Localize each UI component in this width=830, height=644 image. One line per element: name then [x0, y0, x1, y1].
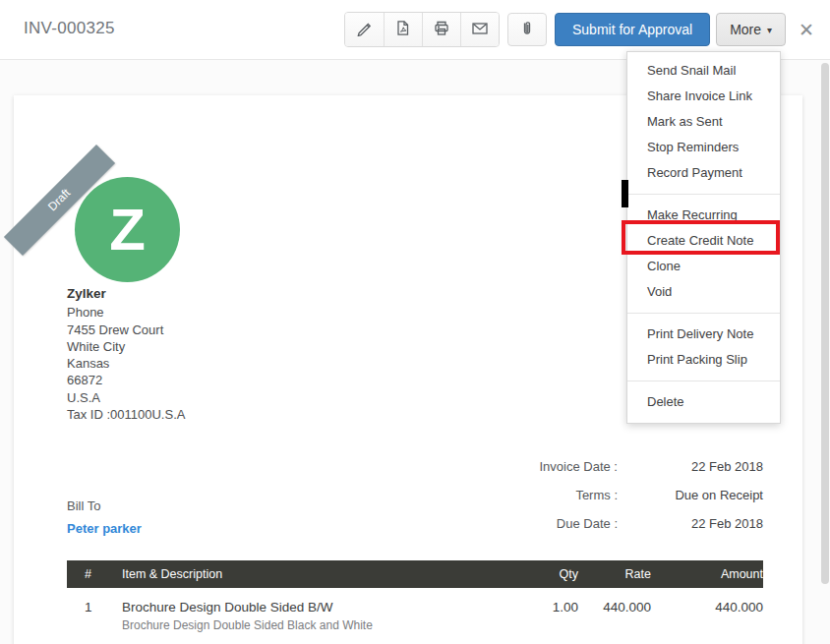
menu-item-clone[interactable]: Clone — [627, 254, 780, 279]
menu-item-send-snail-mail[interactable]: Send Snail Mail — [627, 58, 780, 84]
col-header-rate: Rate — [578, 567, 651, 581]
row-number: 1 — [67, 600, 122, 632]
submit-for-approval-button[interactable]: Submit for Approval — [555, 13, 710, 46]
more-button[interactable]: More ▾ — [716, 13, 786, 46]
invoice-date-row: Invoice Date : 22 Feb 2018 — [309, 459, 763, 474]
menu-item-mark-as-sent[interactable]: Mark as Sent — [627, 109, 780, 135]
col-header-qty: Qty — [490, 567, 578, 581]
more-button-label: More — [730, 22, 761, 37]
address-line: Tax ID :001100U.S.A — [67, 406, 185, 423]
company-address: Zylker Phone 7455 Drew Court White City … — [67, 285, 185, 423]
menu-group: Delete — [627, 381, 780, 415]
due-date-row: Due Date : 22 Feb 2018 — [309, 516, 763, 531]
vertical-scrollbar[interactable] — [821, 63, 829, 584]
edit-button[interactable] — [345, 13, 384, 46]
menu-item-void[interactable]: Void — [627, 279, 780, 305]
row-qty: 1.00 — [490, 600, 578, 632]
table-header-row: # Item & Description Qty Rate Amount — [67, 560, 763, 588]
attachment-button[interactable] — [507, 13, 547, 46]
row-rate: 440.000 — [578, 600, 651, 632]
address-line: 66872 — [67, 372, 185, 388]
terms-value: Due on Receipt — [618, 488, 763, 502]
menu-item-stop-reminders[interactable]: Stop Reminders — [627, 135, 780, 160]
company-logo: Z — [75, 177, 180, 282]
due-date-value: 22 Feb 2018 — [618, 516, 763, 531]
menu-item-create-credit-note[interactable]: Create Credit Note — [627, 228, 780, 254]
col-header-item: Item & Description — [122, 567, 490, 581]
company-name: Zylker — [67, 285, 185, 302]
menu-item-delete[interactable]: Delete — [627, 389, 780, 415]
toolbar-button-group — [344, 12, 500, 47]
print-button[interactable] — [422, 13, 460, 46]
row-amount: 440.000 — [651, 600, 763, 632]
email-icon — [471, 20, 489, 40]
line-items-table: # Item & Description Qty Rate Amount 1 B… — [67, 560, 763, 644]
caret-down-icon: ▾ — [767, 25, 772, 35]
text-cursor-artifact — [622, 180, 628, 207]
bill-to-customer-link[interactable]: Peter parker — [67, 521, 142, 536]
address-line: 7455 Drew Court — [67, 322, 185, 338]
menu-item-print-packing-slip[interactable]: Print Packing Slip — [627, 347, 780, 373]
invoice-number-title: INV-000325 — [24, 19, 115, 38]
address-line: U.S.A — [67, 389, 185, 406]
menu-item-record-payment[interactable]: Record Payment — [627, 160, 780, 186]
due-date-label: Due Date : — [557, 516, 618, 531]
col-header-num: # — [67, 567, 122, 581]
pdf-button[interactable] — [384, 13, 422, 46]
bill-to-label: Bill To — [67, 498, 100, 513]
more-dropdown-menu: Send Snail Mail Share Invoice Link Mark … — [626, 51, 781, 424]
invoice-detail-page: INV-000325 Submit for Approval — [0, 0, 830, 644]
terms-row: Terms : Due on Receipt — [309, 488, 763, 502]
attachment-icon — [518, 20, 535, 39]
invoice-date-value: 22 Feb 2018 — [618, 459, 763, 474]
table-row: 1 Brochure Design Double Sided B/W Broch… — [67, 588, 763, 644]
address-line: White City — [67, 338, 185, 355]
menu-item-make-recurring[interactable]: Make Recurring — [627, 203, 780, 228]
menu-group: Send Snail Mail Share Invoice Link Mark … — [627, 58, 780, 186]
menu-item-share-invoice-link[interactable]: Share Invoice Link — [627, 84, 780, 109]
menu-group: Make Recurring Create Credit Note Clone … — [627, 194, 780, 305]
close-icon[interactable]: ✕ — [799, 21, 814, 39]
terms-label: Terms : — [575, 488, 618, 502]
col-header-amount: Amount — [651, 567, 763, 581]
address-line: Phone — [67, 304, 185, 321]
email-button[interactable] — [460, 13, 499, 46]
item-description: Brochure Design Double Sided Black and W… — [122, 618, 490, 632]
menu-group: Print Delivery Note Print Packing Slip — [627, 313, 780, 373]
print-icon — [433, 20, 450, 40]
edit-icon — [356, 20, 373, 39]
row-item: Brochure Design Double Sided B/W Brochur… — [122, 600, 490, 632]
menu-item-print-delivery-note[interactable]: Print Delivery Note — [627, 322, 780, 347]
address-line: Kansas — [67, 355, 185, 372]
invoice-date-label: Invoice Date : — [540, 459, 619, 474]
toolbar: Submit for Approval More ▾ ✕ — [344, 13, 814, 46]
item-name: Brochure Design Double Sided B/W — [122, 600, 490, 615]
pdf-icon — [394, 20, 411, 39]
